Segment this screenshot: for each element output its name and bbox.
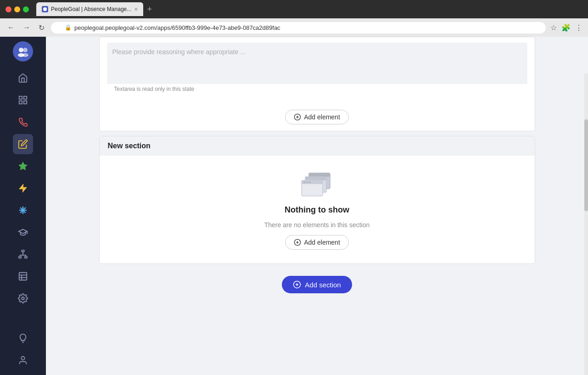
sidebar-item-home[interactable] [13,68,33,88]
svg-rect-8 [24,101,27,104]
nothing-to-show-description: There are no elements in this section [264,221,370,229]
top-section-card: Please provide reasoning where appropria… [99,37,535,131]
sidebar-item-bolt[interactable] [13,178,33,198]
sidebar-item-edit[interactable] [13,134,33,154]
svg-point-39 [309,181,311,183]
tab-close-button[interactable]: × [134,6,138,13]
bookmark-icon[interactable]: ☆ [550,23,557,32]
sidebar-item-graduation[interactable] [13,222,33,242]
sidebar-item-bulb[interactable] [13,328,33,348]
svg-rect-34 [305,177,326,180]
textarea-placeholder: Please provide reasoning where appropria… [112,48,246,56]
scrollbar-thumb[interactable] [584,119,588,211]
svg-point-1 [19,48,23,52]
tab-bar: PeopleGoal | Absence Manage... × + [36,2,152,16]
sidebar-item-org[interactable] [13,244,33,264]
plus-circle-icon-3 [293,280,301,289]
browser-chrome: PeopleGoal | Absence Manage... × + [0,0,588,18]
address-input-bar[interactable]: 🔒 peoplegoal.peoplegoal-v2.com/apps/6590… [51,22,546,34]
main-content: Please provide reasoning where appropria… [46,37,588,375]
extensions-icon[interactable]: 🧩 [561,23,571,32]
app-logo[interactable] [13,41,33,62]
app-body: Please provide reasoning where appropria… [0,37,588,375]
textarea-hint: Textarea is read only in this state [107,84,527,98]
svg-marker-10 [19,184,27,192]
svg-rect-17 [25,257,27,258]
url-display: peoplegoal.peoplegoal-v2.com/apps/6590ff… [74,24,280,31]
maximize-window-button[interactable] [23,6,29,12]
sidebar-item-dashboard[interactable] [13,90,33,110]
svg-rect-22 [19,273,27,280]
traffic-lights [6,6,29,12]
plus-circle-icon-2 [294,239,301,246]
svg-point-2 [23,48,28,52]
svg-rect-7 [19,101,22,104]
minimize-window-button[interactable] [14,6,20,12]
svg-rect-6 [24,96,27,99]
back-button[interactable]: ← [6,22,17,34]
add-element-button-top[interactable]: Add element [285,110,349,124]
add-section-row: Add section [99,269,535,301]
content-wrapper: Please provide reasoning where appropria… [99,37,535,301]
sidebar-item-inbox[interactable] [13,112,33,132]
tab-favicon [42,6,48,12]
active-tab[interactable]: PeopleGoal | Absence Manage... × [36,2,143,16]
svg-point-26 [22,297,24,300]
reasoning-textarea: Please provide reasoning where appropria… [107,43,527,84]
add-element-row-top: Add element [100,103,535,131]
sidebar [0,37,46,375]
address-bar: ← → ↻ 🔒 peoplegoal.peoplegoal-v2.com/app… [0,18,588,37]
plus-circle-icon [294,113,301,121]
textarea-area: Please provide reasoning where appropria… [100,37,535,103]
sidebar-item-user[interactable] [13,350,33,370]
new-tab-button[interactable]: + [147,5,152,14]
nothing-to-show-heading: Nothing to show [285,205,349,215]
svg-rect-15 [22,250,24,252]
empty-state-icon [301,169,334,197]
chrome-menu-icon[interactable]: ⋮ [575,23,582,32]
forward-button[interactable]: → [21,22,32,34]
svg-rect-5 [19,96,22,99]
close-window-button[interactable] [6,6,11,12]
reload-button[interactable]: ↻ [37,22,46,34]
sidebar-item-settings[interactable] [13,288,33,308]
svg-point-27 [21,357,24,360]
svg-rect-16 [19,257,22,258]
svg-point-37 [303,181,305,183]
svg-marker-9 [19,162,27,170]
tab-title: PeopleGoal | Absence Manage... [51,6,131,12]
section-title: New section [108,142,151,150]
add-element-button-section[interactable]: Add element [285,235,349,250]
new-section-card: New section [99,136,535,264]
sidebar-item-table[interactable] [13,266,33,286]
add-section-button[interactable]: Add section [282,276,352,293]
svg-point-4 [22,53,28,57]
svg-point-0 [43,7,47,11]
scrollbar-track[interactable] [584,73,588,375]
section-header: New section [100,136,535,156]
sidebar-item-star[interactable] [13,156,33,176]
lock-icon: 🔒 [65,24,72,31]
sidebar-item-asterisk[interactable] [13,200,33,220]
stacked-windows-icon [301,169,334,197]
svg-rect-32 [309,173,330,177]
section-body: Nothing to show There are no elements in… [100,156,535,263]
svg-point-38 [306,181,308,183]
